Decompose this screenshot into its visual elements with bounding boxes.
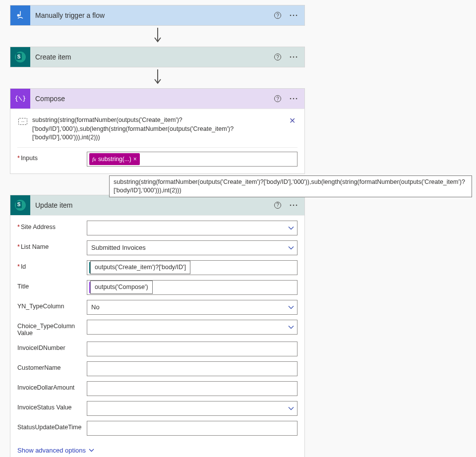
- chevron-down-icon: [288, 224, 294, 231]
- trigger-title: Manually trigger a flow: [30, 11, 271, 19]
- svg-point-11: [290, 204, 292, 206]
- inputs-label: Inputs: [17, 152, 87, 162]
- site-address-field[interactable]: [87, 221, 298, 235]
- list-name-value: Submitted Invoices: [89, 244, 146, 251]
- choice-label: Choice_TypeColumn Value: [17, 320, 87, 337]
- choice-field[interactable]: [87, 320, 298, 335]
- svg-point-1: [290, 15, 292, 16]
- help-icon[interactable]: ?: [271, 8, 285, 22]
- create-item-card[interactable]: Create item ?: [10, 47, 305, 67]
- svg-point-2: [293, 15, 295, 16]
- site-address-label: Site Address: [17, 221, 87, 230]
- id-tooltip: outputs('Create_item')?['body/ID']: [90, 261, 190, 274]
- yn-field[interactable]: No: [87, 300, 298, 315]
- title-label: Title: [17, 280, 87, 290]
- compose-icon: { }: [10, 89, 30, 109]
- compose-tooltip: substring(string(formatNumber(outputs('C…: [109, 175, 472, 197]
- customer-field[interactable]: [87, 361, 298, 376]
- status-label: InvoiceStatus Value: [17, 401, 87, 411]
- trigger-header[interactable]: Manually trigger a flow ?: [10, 5, 304, 25]
- yn-label: YN_TypeColumn: [17, 300, 87, 310]
- customer-label: CustomerName: [17, 361, 87, 371]
- invoiceid-field[interactable]: [87, 342, 298, 356]
- fx-token-label: substring(...): [98, 156, 131, 163]
- svg-point-8: [290, 98, 292, 100]
- fx-icon: fx: [90, 156, 98, 162]
- trigger-card[interactable]: Manually trigger a flow ?: [10, 5, 305, 26]
- chevron-down-icon: [89, 449, 94, 452]
- more-icon[interactable]: [287, 198, 300, 212]
- amount-field[interactable]: [87, 381, 298, 396]
- svg-point-6: [296, 57, 298, 58]
- connector-arrow: [10, 67, 305, 88]
- dt-label: StatusUpdateDateTime: [17, 421, 87, 431]
- fx-token[interactable]: fx substring(...) ×: [89, 153, 140, 165]
- compose-card[interactable]: { } Compose ? ··· substring(string(forma…: [10, 88, 305, 174]
- update-item-card[interactable]: Update item ? Site Address List Name Sub…: [10, 195, 305, 457]
- svg-point-5: [293, 57, 295, 58]
- compose-note: ··· substring(string(formatNumber(output…: [17, 114, 298, 148]
- svg-point-0: [17, 14, 20, 17]
- chevron-down-icon: [288, 303, 294, 311]
- update-item-title: Update item: [30, 201, 271, 209]
- compose-title: Compose: [30, 95, 271, 103]
- more-icon[interactable]: [287, 8, 300, 22]
- advanced-label: Show advanced options: [17, 447, 86, 454]
- dt-field[interactable]: [87, 421, 298, 436]
- id-label: Id: [17, 260, 87, 270]
- trigger-icon: [10, 5, 30, 25]
- svg-point-12: [293, 204, 295, 206]
- list-name-field[interactable]: Submitted Invoices: [87, 240, 298, 255]
- note-text: substring(string(formatNumber(outputs('C…: [32, 116, 297, 142]
- note-icon: ···: [18, 118, 27, 125]
- status-field[interactable]: [87, 401, 298, 416]
- title-field[interactable]: {} Outputs × outputs('Compose'): [87, 280, 298, 295]
- close-icon[interactable]: ✕: [289, 116, 296, 125]
- show-advanced-options[interactable]: Show advanced options: [10, 443, 304, 457]
- svg-point-9: [293, 98, 295, 100]
- chevron-down-icon: [288, 404, 294, 412]
- help-icon[interactable]: ?: [271, 50, 285, 64]
- more-icon[interactable]: [287, 92, 300, 106]
- create-item-header[interactable]: Create item ?: [10, 47, 304, 67]
- id-field[interactable]: S ID × outputs('Create_item')?['body/ID'…: [87, 260, 298, 275]
- help-icon[interactable]: ?: [271, 92, 285, 106]
- invoiceid-label: InvoiceIDNumber: [17, 342, 87, 351]
- sharepoint-icon: [10, 195, 30, 215]
- help-icon[interactable]: ?: [271, 198, 285, 212]
- sharepoint-icon: [10, 47, 30, 67]
- chevron-down-icon: [288, 244, 294, 251]
- connector-arrow: [10, 26, 305, 47]
- svg-point-4: [290, 57, 292, 58]
- compose-header[interactable]: { } Compose ?: [10, 89, 304, 109]
- create-item-title: Create item: [30, 53, 271, 61]
- yn-value: No: [89, 303, 100, 311]
- amount-label: InvoiceDollarAmount: [17, 381, 87, 391]
- inputs-field[interactable]: fx substring(...) ×: [87, 152, 298, 167]
- update-item-header[interactable]: Update item ?: [10, 195, 304, 215]
- list-name-label: List Name: [17, 240, 87, 250]
- svg-point-13: [296, 204, 298, 206]
- more-icon[interactable]: [287, 50, 300, 64]
- chevron-down-icon: [288, 323, 294, 331]
- token-remove-icon[interactable]: ×: [133, 156, 137, 163]
- svg-point-3: [296, 15, 298, 16]
- svg-point-10: [296, 98, 298, 100]
- title-tooltip: outputs('Compose'): [90, 281, 153, 294]
